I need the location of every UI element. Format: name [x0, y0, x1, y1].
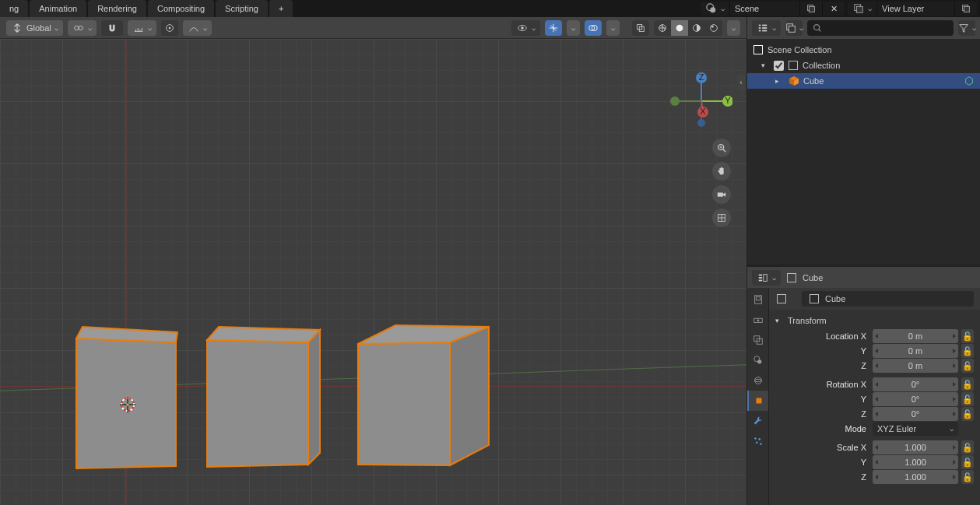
rendered-icon [708, 22, 720, 34]
expand-toggle[interactable]: ▸ [775, 77, 785, 85]
cube-object-3[interactable] [349, 321, 504, 470]
scale-y-field[interactable]: 1.000 [873, 455, 958, 469]
unlock-icon: 🔓 [962, 346, 973, 356]
props-mode[interactable]: ⌵ [752, 270, 781, 286]
nav-perspective[interactable] [712, 209, 731, 227]
proportional-dropdown[interactable]: ⌵ [183, 20, 212, 36]
tree-item-cube[interactable]: ▸ Cube [747, 73, 980, 89]
lock-rotation-x[interactable]: 🔓 [961, 377, 974, 391]
ptab-output[interactable] [747, 310, 768, 330]
location-z-field[interactable]: 0 m [873, 359, 958, 373]
unlock-icon: 🔓 [962, 361, 973, 371]
shading-matprev[interactable] [688, 20, 705, 36]
svg-text:X: X [700, 107, 706, 116]
mode-label: Mode [775, 424, 869, 433]
lock-scale-y[interactable]: 🔓 [961, 455, 974, 469]
nav-pan[interactable] [712, 162, 731, 181]
search-input[interactable] [826, 23, 949, 33]
transform-panel-header[interactable]: ▾ Transform [775, 313, 974, 328]
rotation-mode-select[interactable]: XYZ Euler⌵ [873, 422, 958, 436]
svg-line-65 [819, 30, 821, 32]
tab-ng[interactable]: ng [0, 0, 28, 17]
overlays-dropdown[interactable]: ⌵ [606, 20, 620, 36]
tab-compositing[interactable]: Compositing [148, 0, 214, 17]
cube-object-2[interactable] [199, 321, 332, 470]
mesh-data-icon[interactable] [963, 75, 975, 87]
shading-solid[interactable] [671, 20, 688, 36]
overlays-icon [587, 22, 599, 34]
object-icon [785, 272, 798, 284]
xray-toggle[interactable] [632, 20, 649, 36]
nav-camera[interactable] [712, 185, 731, 204]
ptab-viewlayer[interactable] [747, 330, 768, 350]
svg-rect-63 [789, 26, 795, 32]
ptab-scene[interactable] [747, 350, 768, 370]
tab-rendering[interactable]: Rendering [88, 0, 146, 17]
location-x-field[interactable]: 0 m [873, 329, 958, 343]
nav-zoom[interactable] [712, 139, 731, 157]
scene-selector[interactable]: ⌵ Scene ✕ [701, 2, 845, 16]
camera-icon [715, 188, 728, 201]
outliner-filter[interactable]: ⌵ [958, 20, 975, 36]
rotation-x-field[interactable]: 0° [873, 377, 958, 391]
copy-icon[interactable] [805, 2, 817, 15]
ptab-modifiers[interactable] [747, 411, 768, 431]
object-icon [753, 395, 765, 407]
gizmo-dropdown[interactable]: ⌵ [567, 20, 580, 36]
hand-icon [715, 165, 728, 177]
copy-icon[interactable] [960, 2, 972, 15]
shading-wireframe[interactable] [654, 20, 671, 36]
tab-animation[interactable]: Animation [30, 0, 86, 17]
tab-scripting[interactable]: Scripting [216, 0, 268, 17]
expand-toggle[interactable]: ▾ [761, 61, 771, 69]
collection-checkbox[interactable] [774, 61, 784, 71]
pivot-dropdown[interactable]: ⌵ [68, 20, 97, 36]
svg-text:Y: Y [725, 96, 731, 105]
shading-dropdown[interactable]: ⌵ [727, 20, 740, 36]
nav-gizmo[interactable]: Y Z X [670, 70, 732, 132]
svg-marker-27 [308, 330, 320, 465]
sidebar-toggle[interactable]: ‹ [737, 75, 745, 90]
visibility-dropdown[interactable]: ⌵ [511, 20, 540, 36]
scale-z-field[interactable]: 1.000 [873, 470, 958, 484]
lock-rotation-y[interactable]: 🔓 [961, 392, 974, 406]
props-breadcrumb: Cube [769, 288, 980, 310]
ptab-world[interactable] [747, 370, 768, 391]
svg-rect-56 [759, 25, 761, 26]
viewlayer-selector[interactable]: ⌵ View Layer [848, 2, 977, 16]
overlays-toggle[interactable] [585, 20, 602, 36]
proportional-toggle[interactable] [161, 20, 178, 36]
tree-root[interactable]: Scene Collection [747, 42, 980, 58]
outliner-display-mode[interactable]: ⌵ [752, 20, 781, 36]
ptab-render[interactable] [747, 289, 768, 310]
rotation-z-field[interactable]: 0° [873, 407, 958, 421]
lock-scale-x[interactable]: 🔓 [961, 440, 974, 454]
close-icon[interactable]: ✕ [827, 2, 840, 15]
gizmo-toggle[interactable] [545, 20, 562, 36]
scale-x-field[interactable]: 1.000 [873, 440, 958, 454]
lock-location-y[interactable]: 🔓 [961, 344, 974, 358]
shading-rendered[interactable] [705, 20, 722, 36]
svg-point-64 [814, 25, 820, 30]
tab-add[interactable]: + [269, 0, 293, 17]
location-y-field[interactable]: 0 m [873, 344, 958, 358]
orientation-icon [11, 22, 23, 34]
lock-rotation-z[interactable]: 🔓 [961, 407, 974, 421]
list-icon [757, 22, 769, 34]
snap-dropdown[interactable]: ⌵ [128, 20, 156, 36]
ptab-particles[interactable] [747, 431, 768, 451]
lock-scale-z[interactable]: 🔓 [961, 470, 974, 484]
lock-location-x[interactable]: 🔓 [961, 329, 974, 343]
3d-viewport[interactable]: Y Z X ‹ [0, 39, 746, 505]
snap-toggle[interactable] [101, 20, 123, 36]
orientation-dropdown[interactable]: Global ⌵ [6, 20, 63, 36]
lock-location-z[interactable]: 🔓 [961, 359, 974, 373]
ptab-object[interactable] [747, 391, 768, 411]
tree-collection[interactable]: ▾ Collection [747, 58, 980, 73]
zoom-icon [715, 142, 728, 154]
rotation-y-field[interactable]: 0° [873, 392, 958, 406]
collection-icon [752, 44, 764, 56]
outliner-search[interactable] [807, 20, 954, 36]
outliner-mode2[interactable]: ⌵ [785, 20, 803, 36]
proportional-icon [163, 22, 176, 34]
